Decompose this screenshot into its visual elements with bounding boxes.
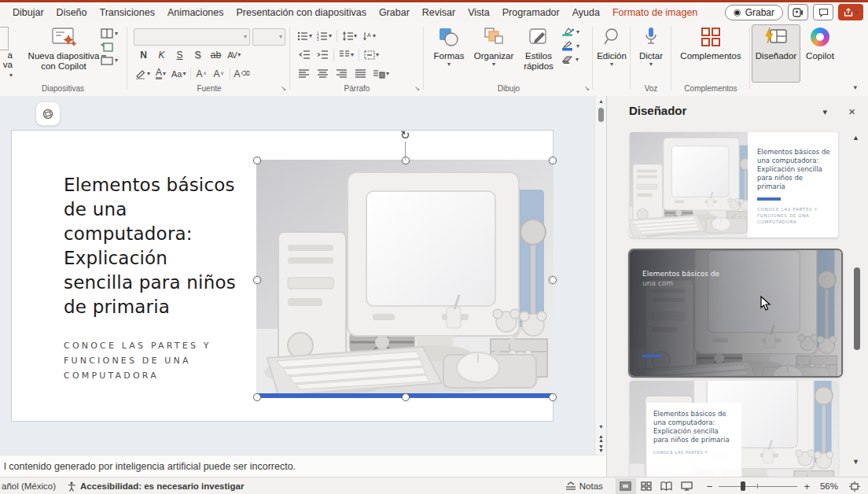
draw-dialog-launcher[interactable]: ↘ bbox=[584, 85, 590, 92]
language-status[interactable]: añol (México) bbox=[2, 481, 56, 491]
font-color-button[interactable]: A▾ bbox=[154, 66, 167, 81]
menu-tab-ayuda[interactable]: Ayuda bbox=[566, 4, 606, 21]
text-shadow-button[interactable]: S bbox=[191, 47, 204, 62]
arrange-button[interactable]: Organizar▾ bbox=[472, 25, 516, 68]
zoom-slider[interactable] bbox=[719, 478, 797, 494]
designer-scrollbar-thumb[interactable] bbox=[854, 267, 860, 350]
selection-handle-top-right[interactable] bbox=[549, 157, 557, 164]
selection-handle-bottom-right[interactable] bbox=[549, 393, 557, 401]
dictate-button[interactable]: Dictar▾ bbox=[632, 25, 670, 68]
underline-button[interactable]: S bbox=[173, 47, 186, 62]
selection-handle-bottom-left[interactable] bbox=[253, 393, 261, 401]
line-spacing-button[interactable]: ▾ bbox=[342, 28, 357, 43]
new-slide-cut-button[interactable]: a va ▾ bbox=[0, 25, 13, 79]
bullets-button[interactable]: ▾ bbox=[297, 28, 312, 43]
selection-handle-top-center[interactable] bbox=[402, 157, 410, 164]
convert-smartart-button[interactable]: ▾ bbox=[373, 66, 389, 81]
change-case-button[interactable]: Aa▾ bbox=[171, 66, 186, 81]
notes-button[interactable]: Notas bbox=[565, 481, 603, 491]
menu-tab-diseno[interactable]: Diseño bbox=[50, 4, 94, 21]
designer-button[interactable]: Diseñador bbox=[752, 24, 800, 83]
menu-tab-programador[interactable]: Programador bbox=[496, 4, 566, 21]
slide-subtitle[interactable]: CONOCE LAS PARTES Y FUNCIONES DE UNA COM… bbox=[64, 338, 211, 383]
zoom-slider-thumb[interactable] bbox=[741, 481, 745, 491]
comments-button[interactable] bbox=[813, 4, 833, 20]
slide-title[interactable]: Elementos básicos de una computadora: Ex… bbox=[64, 173, 236, 319]
meet-now-button[interactable] bbox=[788, 4, 808, 20]
increase-indent-button[interactable] bbox=[315, 47, 329, 62]
align-right-button[interactable] bbox=[335, 66, 348, 81]
addins-button[interactable]: Complementos bbox=[673, 25, 748, 61]
designer-scroll-up-arrow[interactable]: ▲ bbox=[852, 134, 859, 142]
zoom-out-button[interactable]: − bbox=[705, 481, 715, 492]
columns-button[interactable]: ▾ bbox=[339, 47, 354, 62]
collapse-ribbon-chevron[interactable]: ▾ bbox=[853, 83, 857, 91]
justify-button[interactable] bbox=[354, 66, 367, 81]
slide-layout-button[interactable]: ▾ bbox=[101, 28, 118, 39]
quick-styles-button[interactable]: Estilos rápidos bbox=[517, 25, 560, 72]
highlight-pen-button[interactable]: ▾ bbox=[135, 66, 150, 81]
font-size-combo[interactable]: ▾ bbox=[252, 28, 285, 46]
slideshow-view-button[interactable] bbox=[677, 478, 697, 494]
align-left-button[interactable] bbox=[297, 66, 311, 81]
selection-handle-middle-right[interactable] bbox=[549, 276, 557, 284]
text-direction-button[interactable]: A▾ bbox=[362, 28, 376, 43]
scroll-up-arrow[interactable]: ▲ bbox=[595, 98, 607, 104]
shape-fill-button[interactable]: ▾ bbox=[561, 27, 579, 37]
previous-slide-button[interactable]: ▲▲ bbox=[595, 434, 607, 442]
shape-effects-button[interactable]: ▾ bbox=[561, 55, 579, 65]
copilot-button[interactable]: Copilot bbox=[800, 25, 840, 61]
menu-tab-revisar[interactable]: Revisar bbox=[416, 4, 462, 21]
reading-view-button[interactable] bbox=[657, 478, 677, 494]
next-slide-button[interactable]: ▼▼ bbox=[595, 444, 607, 452]
font-name-combo[interactable]: ▾ bbox=[134, 28, 250, 46]
paragraph-dialog-launcher[interactable]: ↘ bbox=[414, 85, 420, 92]
menu-tab-dibujar[interactable]: Dibujar bbox=[6, 4, 50, 21]
scroll-down-arrow[interactable]: ▼ bbox=[595, 424, 607, 429]
design-suggestion-1[interactable]: Elementos básicos de una computadora: Ex… bbox=[630, 132, 838, 238]
menu-tab-presentacion[interactable]: Presentación con diapositivas bbox=[230, 4, 373, 21]
zoom-in-button[interactable]: + bbox=[802, 481, 811, 492]
align-text-button[interactable]: ▾ bbox=[364, 47, 379, 62]
clear-formatting-button[interactable]: A⌫ bbox=[234, 66, 250, 81]
reset-slide-button[interactable] bbox=[101, 42, 118, 52]
character-spacing-button[interactable]: AV▾ bbox=[227, 47, 241, 62]
accessibility-status[interactable]: ✓ Accesibilidad: es necesario investigar bbox=[67, 481, 244, 492]
scrollbar-thumb[interactable] bbox=[598, 108, 604, 122]
designer-collapse-chevron[interactable]: ▾ bbox=[822, 107, 827, 117]
slide[interactable]: Elementos básicos de una computadora: Ex… bbox=[11, 130, 554, 422]
selection-handle-bottom-center[interactable] bbox=[402, 393, 410, 401]
menu-tab-grabar[interactable]: Grabar bbox=[373, 4, 416, 21]
shape-outline-button[interactable]: ▾ bbox=[561, 41, 579, 51]
design-suggestion-2[interactable]: Elementos básicos de una com bbox=[628, 249, 843, 378]
designer-scroll-down-arrow[interactable]: ▼ bbox=[852, 458, 859, 466]
editing-button[interactable]: Edición▾ bbox=[594, 25, 629, 68]
italic-button[interactable]: K bbox=[155, 47, 168, 62]
menu-tab-formato-de-imagen[interactable]: Formato de imagen bbox=[606, 4, 704, 21]
shrink-font-button[interactable]: A˅ bbox=[212, 66, 226, 81]
decrease-indent-button[interactable] bbox=[297, 47, 311, 62]
record-button[interactable]: ◉ Grabar bbox=[725, 5, 783, 20]
fit-to-window-button[interactable] bbox=[844, 478, 865, 494]
menu-tab-animaciones[interactable]: Animaciones bbox=[161, 4, 230, 21]
section-button[interactable]: ▾ bbox=[101, 55, 118, 65]
slide-picture[interactable] bbox=[256, 160, 554, 398]
bold-button[interactable]: N bbox=[137, 47, 150, 62]
canvas-scrollbar[interactable]: ▲ ▼ ▲▲ ▼▼ bbox=[594, 96, 607, 455]
zoom-level[interactable]: 56% bbox=[811, 481, 838, 491]
rotate-handle[interactable]: ↻ bbox=[400, 130, 410, 141]
designer-close-icon[interactable]: × bbox=[848, 105, 855, 118]
menu-tab-vista[interactable]: Vista bbox=[462, 4, 496, 21]
canvas-copilot-button[interactable] bbox=[35, 101, 61, 126]
grow-font-button[interactable]: A˄ bbox=[195, 66, 208, 81]
slide-sorter-view-button[interactable] bbox=[636, 478, 657, 494]
selection-handle-top-left[interactable] bbox=[253, 157, 261, 164]
share-button[interactable]: ▾ bbox=[838, 4, 863, 20]
menu-tab-transiciones[interactable]: Transiciones bbox=[94, 4, 161, 21]
strikethrough-button[interactable]: ab bbox=[209, 47, 223, 62]
selection-handle-middle-left[interactable] bbox=[253, 276, 261, 284]
new-slide-copilot-button[interactable]: Nueva diapositiva con Copilot bbox=[22, 25, 105, 72]
align-center-button[interactable] bbox=[316, 66, 329, 81]
numbering-button[interactable]: 123▾ bbox=[317, 28, 332, 43]
normal-view-button[interactable] bbox=[616, 478, 636, 494]
